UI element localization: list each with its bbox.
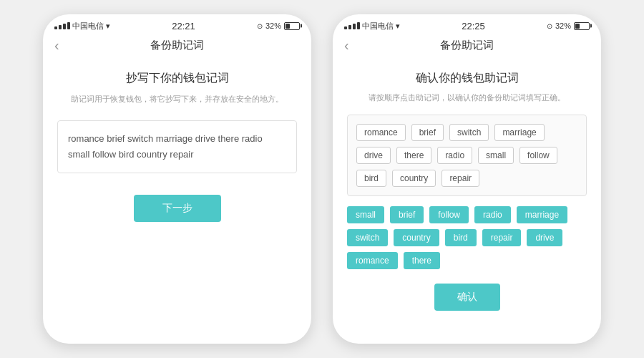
word-option-button[interactable]: drive [527,229,562,246]
grid-word[interactable]: repair [441,170,479,187]
word-option-button[interactable]: follow [429,206,469,223]
grid-word[interactable]: radio [437,147,472,164]
content-1: 抄写下你的钱包记词 助记词用于恢复钱包，将它抄写下来，并存放在安全的地方。 ro… [43,57,311,344]
grid-word[interactable]: marriage [494,124,544,141]
signal-icon-2 [344,22,360,29]
word-option-button[interactable]: repair [482,229,522,246]
screen2-desc: 请按顺序点击助记词，以确认你的备份助记词填写正确。 [347,92,587,105]
word-option-button[interactable]: small [347,206,384,223]
back-button-1[interactable]: ‹ [54,37,59,54]
mnemonic-display: romance brief switch marriage drive ther… [57,120,297,173]
grid-word[interactable]: country [392,170,436,187]
grid-word[interactable]: small [478,147,514,164]
word-option-button[interactable]: radio [474,206,511,223]
grid-word[interactable]: romance [356,124,406,141]
confirm-button[interactable]: 确认 [434,284,500,311]
word-option-button[interactable]: brief [390,206,424,223]
grid-word[interactable]: brief [411,124,444,141]
grid-word[interactable]: drive [356,147,391,164]
word-option-button[interactable]: switch [347,229,388,246]
word-option-button[interactable]: there [404,252,440,269]
camera-icon-1: ⊙ [257,22,263,30]
screen1-heading: 抄写下你的钱包记词 [57,71,297,86]
word-option-button[interactable]: romance [347,252,398,269]
time-1: 22:21 [172,21,195,32]
carrier-2: 中国电信 [362,21,394,32]
back-button-2[interactable]: ‹ [344,37,349,54]
status-left-2: 中国电信 ▾ [344,21,400,32]
screen2-heading: 确认你的钱包助记词 [347,71,587,86]
next-button[interactable]: 下一步 [134,195,221,222]
status-bar-2: 中国电信 ▾ 22:25 ⊙ 32% [333,14,601,34]
status-right-1: ⊙ 32% [257,21,300,30]
grid-word[interactable]: bird [356,170,386,187]
grid-word[interactable]: follow [519,147,557,164]
status-right-2: ⊙ 32% [547,21,590,30]
signal-icon [54,22,70,29]
nav-bar-2: ‹ 备份助记词 [333,34,601,57]
camera-icon-2: ⊙ [547,22,552,30]
status-bar-1: 中国电信 ▾ 22:21 ⊙ 32% [43,14,311,34]
grid-word[interactable]: there [396,147,431,164]
content-2: 确认你的钱包助记词 请按顺序点击助记词，以确认你的备份助记词填写正确。 roma… [333,57,601,344]
nav-bar-1: ‹ 备份助记词 [43,34,311,57]
battery-pct-1: 32% [265,21,281,30]
time-2: 22:25 [462,21,485,32]
word-grid: romancebriefswitchmarriagedrivethereradi… [347,115,587,196]
grid-words: romancebriefswitchmarriagedrivethereradi… [356,124,577,187]
word-option-button[interactable]: bird [445,229,477,246]
phone-2: 中国电信 ▾ 22:25 ⊙ 32% ‹ 备份助记词 确认你的钱包助记词 请按顺… [333,14,601,344]
phone-1: 中国电信 ▾ 22:21 ⊙ 32% ‹ 备份助记词 抄写下你的钱包记词 助记词… [43,14,311,344]
nav-title-2: 备份助记词 [440,39,494,52]
grid-word[interactable]: switch [449,124,489,141]
nav-title-1: 备份助记词 [150,39,204,52]
battery-pct-2: 32% [555,21,571,30]
status-left-1: 中国电信 ▾ [54,21,110,32]
word-option-button[interactable]: country [394,229,439,246]
word-option-button[interactable]: marriage [517,206,567,223]
word-options: smallbrieffollowradiomarriageswitchcount… [347,206,587,269]
battery-icon-1 [284,22,300,30]
battery-icon-2 [574,22,590,30]
carrier-1: 中国电信 [72,21,104,32]
wifi-icon-2: ▾ [396,21,400,31]
screen1-desc: 助记词用于恢复钱包，将它抄写下来，并存放在安全的地方。 [57,93,297,106]
wifi-icon-1: ▾ [106,21,110,31]
